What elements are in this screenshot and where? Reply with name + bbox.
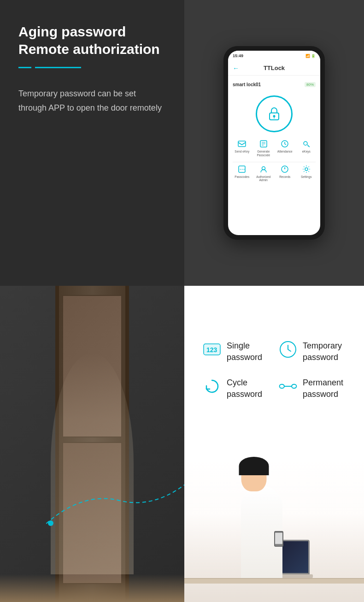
desk-surface [184, 578, 364, 584]
single-password-label-line1: Single [227, 340, 262, 352]
grid-label-send-ekey: Send eKey [235, 150, 249, 153]
grid-item-generate-passcode[interactable]: Generate Passcode [254, 139, 273, 157]
status-time: 15:49 [233, 53, 243, 58]
accent-line [18, 67, 166, 68]
description-text: Temporary password can be set through AP… [18, 87, 166, 115]
svg-rect-3 [238, 141, 246, 147]
desk-scene [184, 454, 364, 602]
back-arrow-icon[interactable]: ← [233, 65, 239, 72]
grid-label-records: Records [279, 175, 290, 179]
password-item-temporary: Temporary password [279, 340, 346, 363]
cycle-password-text: Cycle password [227, 377, 262, 400]
main-heading: Aging password Remote authorization [18, 23, 166, 58]
password-item-permanent: Permanent password [279, 377, 346, 400]
top-section: Aging password Remote authorization Temp… [0, 0, 364, 286]
dashed-line-svg [46, 454, 184, 547]
grid-item-settings[interactable]: Settings [297, 164, 316, 183]
cycle-password-label-line1: Cycle [227, 377, 262, 389]
password-types-section: 123 Single password [184, 286, 364, 454]
grid-item-authorized-admin[interactable]: Authorized Admin [254, 164, 273, 183]
lower-area: 123 Single password [0, 286, 364, 602]
single-password-icon: 123 [203, 340, 221, 359]
phone-mockup: 15:49 📶 🔋 ← TTLock smart lo [223, 46, 325, 240]
grid-label-authorized-admin: Authorized Admin [254, 175, 273, 183]
svg-text:*: * [240, 168, 241, 172]
person-head [241, 461, 267, 491]
phone-in-hand [274, 531, 283, 547]
grid-item-attendance[interactable]: Attendance [276, 139, 294, 157]
cycle-password-label-line2: password [227, 389, 262, 400]
grid-item-ekeys[interactable]: eKeys [297, 139, 316, 157]
lock-circle[interactable] [256, 95, 293, 132]
cycle-password-icon [203, 377, 221, 395]
grid-label-attendance: Attendance [277, 150, 293, 153]
svg-point-18 [48, 520, 53, 526]
send-ekey-icon [237, 139, 247, 149]
phone-menu-grid-2: * * * Passcodes [233, 164, 316, 183]
permanent-password-text: Permanent password [303, 377, 343, 400]
svg-text:123: 123 [206, 346, 217, 354]
svg-point-17 [305, 168, 308, 171]
svg-text:*: * [243, 168, 245, 172]
device-name-row: smart lock01 80% [233, 80, 316, 89]
grid-label-generate-passcode: Generate Passcode [254, 150, 273, 157]
phone-status-bar: 15:49 📶 🔋 [228, 51, 320, 61]
temporary-password-text: Temporary password [303, 340, 342, 363]
permanent-password-label-line1: Permanent [303, 377, 343, 389]
heading-line1: Aging password [18, 24, 126, 39]
password-grid: 123 Single password [203, 340, 346, 401]
right-features-section: 123 Single password [184, 286, 364, 602]
phone-menu-grid-1: Send eKey [233, 139, 316, 157]
heading-line2: Remote authorization [18, 41, 160, 57]
battery-icon: 🔋 [311, 54, 316, 58]
accent-dash-long [35, 67, 81, 68]
device-name: smart lock01 [233, 82, 261, 87]
battery-status: 80% [305, 82, 316, 87]
grid-label-ekeys: eKeys [302, 150, 311, 153]
person-hair [239, 457, 269, 475]
phone-screen-hand [275, 533, 282, 544]
permanent-password-icon [279, 377, 297, 395]
status-icons: 📶 🔋 [305, 54, 316, 58]
svg-point-1 [273, 115, 276, 118]
app-title: TTLock [264, 65, 285, 71]
right-panel: 15:49 📶 🔋 ← TTLock smart lo [184, 0, 364, 286]
password-item-cycle: Cycle password [203, 377, 270, 400]
passcodes-icon: * * * [237, 164, 247, 174]
phone-divider [233, 162, 316, 162]
phone-app-header: ← TTLock [228, 61, 320, 76]
phone-screen: 15:49 📶 🔋 ← TTLock smart lo [228, 51, 320, 235]
generate-passcode-icon [258, 139, 269, 149]
grid-label-passcodes: Passcodes [235, 175, 249, 179]
svg-text:*: * [241, 168, 243, 172]
grid-item-passcodes[interactable]: * * * Passcodes [233, 164, 252, 183]
page-wrapper: Aging password Remote authorization Temp… [0, 0, 364, 602]
single-password-label-line2: password [227, 352, 262, 363]
ekeys-icon [301, 139, 311, 149]
temporary-password-icon [279, 340, 297, 359]
attendance-icon [280, 139, 290, 149]
woman-laptop-section [184, 454, 364, 602]
permanent-password-label-line2: password [303, 389, 343, 400]
temporary-password-label-line1: Temporary [303, 340, 342, 352]
accent-dash-short [18, 67, 31, 68]
authorized-admin-icon [258, 164, 269, 174]
grid-item-records[interactable]: Records [276, 164, 294, 183]
records-icon [280, 164, 290, 174]
grid-label-settings: Settings [301, 175, 312, 179]
wifi-icon: 📶 [305, 54, 310, 58]
single-password-text: Single password [227, 340, 262, 363]
floor-hint [0, 574, 184, 602]
left-panel: Aging password Remote authorization Temp… [0, 0, 184, 286]
settings-icon [301, 164, 311, 174]
person-section [0, 286, 184, 602]
password-item-single: 123 Single password [203, 340, 270, 363]
temporary-password-label-line2: password [303, 352, 342, 363]
phone-app-content: smart lock01 80% [228, 76, 320, 235]
grid-item-send-ekey[interactable]: Send eKey [233, 139, 252, 157]
lock-icon [266, 106, 282, 122]
svg-point-9 [304, 142, 307, 145]
